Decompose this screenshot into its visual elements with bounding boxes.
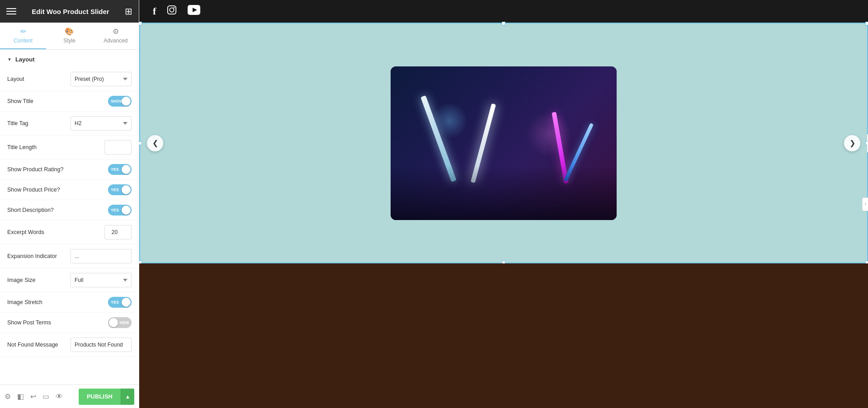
product-image-container: [391, 66, 617, 220]
show-product-price-toggle-label: YES: [111, 188, 119, 192]
expansion-indicator-input[interactable]: [71, 249, 132, 263]
image-stretch-toggle-label: YES: [111, 300, 119, 305]
show-post-terms-toggle-label: HIDE: [119, 320, 129, 325]
image-size-row: Image Size Full Large Medium Thumbnail: [0, 268, 139, 292]
youtube-icon[interactable]: [188, 5, 200, 18]
show-title-toggle[interactable]: SHOW: [108, 96, 132, 107]
panel-content: ▼ Layout Layout Preset (Pro) Default Cus…: [0, 50, 139, 385]
expansion-indicator-row: Expansion Indicator: [0, 244, 139, 268]
expansion-indicator-label: Expansion Indicator: [7, 253, 57, 259]
advanced-tab-icon: ⚙: [113, 27, 119, 36]
tab-content[interactable]: ✏ Content: [0, 23, 46, 49]
social-bar: f: [139, 0, 868, 23]
short-description-row: Short Description? YES: [0, 200, 139, 220]
panel-collapse-handle[interactable]: ‹: [862, 197, 868, 211]
image-stretch-knob: [122, 298, 131, 307]
template-icon[interactable]: ▭: [42, 392, 49, 401]
short-description-knob: [122, 206, 131, 215]
tab-content-label: Content: [14, 38, 33, 44]
show-post-terms-row: Show Post Terms HIDE: [0, 313, 139, 333]
style-tab-icon: 🎨: [65, 27, 74, 36]
content-tab-icon: ✏: [20, 27, 26, 36]
short-description-label: Short Description?: [7, 207, 54, 213]
section-collapse-arrow: ▼: [7, 57, 12, 62]
not-found-message-label: Not Found Message: [7, 342, 58, 348]
image-stretch-label: Image Stretch: [7, 299, 42, 305]
svg-point-2: [174, 7, 175, 9]
hamburger-menu-icon[interactable]: [6, 6, 16, 16]
dark-bottom-section: [139, 263, 868, 408]
glow-1: [431, 103, 467, 139]
excerpt-words-label: Excerpt Words: [7, 229, 44, 235]
eye-icon[interactable]: 👁: [56, 393, 63, 401]
show-product-price-knob: [122, 185, 131, 194]
image-size-select[interactable]: Full Large Medium Thumbnail: [71, 273, 132, 287]
show-product-rating-row: Show Product Rating? YES: [0, 159, 139, 180]
title-tag-select[interactable]: H1 H2 H3 H4 H5 H6: [71, 116, 132, 131]
not-found-message-input[interactable]: [71, 338, 132, 352]
grid-icon[interactable]: ⊞: [125, 6, 132, 17]
show-product-price-row: Show Product Price? YES: [0, 180, 139, 200]
show-product-price-toggle[interactable]: YES: [108, 184, 132, 195]
publish-dropdown-button[interactable]: ▲: [121, 389, 134, 405]
glow-2: [526, 112, 571, 157]
panel-bottom-bar: ⚙ ◧ ↩ ▭ 👁 PUBLISH ▲: [0, 385, 139, 408]
product-image: [391, 66, 617, 220]
show-product-price-label: Show Product Price?: [7, 187, 60, 193]
selection-handle-tr[interactable]: [865, 22, 868, 25]
title-length-row: Title Length: [0, 136, 139, 159]
excerpt-words-input[interactable]: [104, 225, 132, 239]
bottom-icons-group: ⚙ ◧ ↩ ▭ 👁: [5, 392, 63, 401]
title-tag-row: Title Tag H1 H2 H3 H4 H5 H6: [0, 112, 139, 136]
svg-rect-0: [168, 6, 176, 14]
left-panel: Edit Woo Product Slider ⊞ ✏ Content 🎨 St…: [0, 0, 139, 408]
slide-nav-left[interactable]: ❮: [147, 135, 163, 151]
undo-icon[interactable]: ↩: [30, 392, 36, 401]
image-stretch-toggle[interactable]: YES: [108, 297, 132, 308]
show-post-terms-knob: [109, 318, 118, 327]
image-size-label: Image Size: [7, 277, 36, 283]
layout-select[interactable]: Preset (Pro) Default Custom: [71, 72, 132, 86]
title-length-label: Title Length: [7, 144, 37, 150]
show-product-rating-label: Show Product Rating?: [7, 166, 63, 173]
right-canvas: f ❮: [139, 0, 868, 408]
facebook-icon[interactable]: f: [153, 5, 156, 17]
layers-icon[interactable]: ◧: [17, 392, 24, 401]
selection-handle-tm[interactable]: [502, 22, 505, 25]
tab-advanced-label: Advanced: [104, 38, 127, 44]
slide-nav-right[interactable]: ❯: [844, 135, 860, 151]
short-description-toggle[interactable]: YES: [108, 205, 132, 216]
selection-handle-ml[interactable]: [139, 141, 142, 145]
show-post-terms-label: Show Post Terms: [7, 319, 51, 326]
publish-button[interactable]: PUBLISH: [79, 389, 121, 405]
tab-advanced[interactable]: ⚙ Advanced: [93, 23, 139, 49]
excerpt-words-row: Excerpt Words: [0, 220, 139, 244]
instagram-icon[interactable]: [167, 5, 177, 18]
show-title-row: Show Title SHOW: [0, 91, 139, 112]
title-tag-label: Title Tag: [7, 120, 28, 127]
publish-group: PUBLISH ▲: [79, 389, 134, 405]
layout-label: Layout: [7, 76, 24, 82]
section-title: Layout: [15, 56, 35, 63]
panel-tabs: ✏ Content 🎨 Style ⚙ Advanced: [0, 23, 139, 50]
show-product-rating-knob: [122, 165, 131, 174]
layout-row: Layout Preset (Pro) Default Custom: [0, 67, 139, 91]
image-stretch-row: Image Stretch YES: [0, 292, 139, 313]
content-area: ❮ ❯ ❯: [139, 23, 868, 263]
short-description-toggle-label: YES: [111, 208, 119, 212]
show-post-terms-toggle[interactable]: HIDE: [108, 317, 132, 328]
panel-title: Edit Woo Product Slider: [32, 8, 109, 15]
not-found-message-row: Not Found Message: [0, 333, 139, 357]
show-title-label: Show Title: [7, 98, 33, 104]
show-product-rating-toggle-label: YES: [111, 167, 119, 172]
panel-header: Edit Woo Product Slider ⊞: [0, 0, 139, 23]
show-product-rating-toggle[interactable]: YES: [108, 164, 132, 175]
settings-icon[interactable]: ⚙: [5, 392, 11, 401]
image-overlay: [391, 166, 617, 220]
layout-section-header[interactable]: ▼ Layout: [0, 50, 139, 67]
tab-style[interactable]: 🎨 Style: [46, 23, 92, 49]
tab-style-label: Style: [63, 38, 75, 44]
show-title-toggle-knob: [122, 97, 131, 106]
selection-handle-tl[interactable]: [139, 22, 142, 25]
title-length-input[interactable]: [104, 140, 132, 155]
